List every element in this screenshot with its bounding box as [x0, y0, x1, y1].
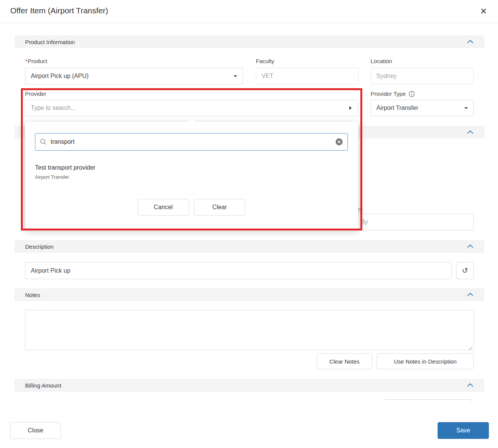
popup-search-input[interactable]	[51, 138, 331, 145]
close-icon[interactable]: ✕	[476, 4, 491, 19]
collapse-chevron-icon-notes[interactable]	[467, 292, 474, 297]
section-billing-amount: Billing Amount	[14, 379, 484, 392]
description-field[interactable]	[25, 262, 452, 279]
info-icon[interactable]	[409, 91, 415, 97]
provider-type-value: Airport Transfer	[376, 105, 418, 111]
provider-type-label: Provider Type	[371, 91, 415, 97]
clear-search-icon[interactable]	[335, 138, 343, 146]
provider-search-input[interactable]	[25, 100, 358, 116]
collapse-chevron-icon-obscured[interactable]	[467, 129, 474, 135]
section-title-notes: Notes	[25, 292, 40, 298]
search-result-title[interactable]: Test transport provider	[35, 164, 95, 171]
chevron-right-icon	[349, 106, 352, 110]
faculty-label: Faculty	[256, 58, 274, 64]
history-restore-icon[interactable]: ↺	[456, 262, 474, 279]
popup-notch	[188, 118, 195, 122]
collapse-chevron-icon-description[interactable]	[467, 243, 474, 249]
clear-button[interactable]: Clear	[194, 199, 245, 216]
section-title-description: Description	[25, 243, 54, 250]
product-label: *Product	[25, 58, 48, 64]
faculty-field[interactable]	[256, 68, 358, 84]
section-product-information: Product Information	[14, 35, 484, 48]
popup-search-box	[35, 133, 348, 151]
clear-notes-button[interactable]: Clear Notes	[317, 353, 372, 369]
save-button[interactable]: Save	[438, 422, 489, 439]
search-icon	[40, 138, 47, 145]
product-dropdown-value: Airport Pick up (APU)	[31, 73, 89, 79]
collapse-chevron-icon-billing-amount[interactable]	[467, 382, 474, 388]
cancel-button[interactable]: Cancel	[138, 199, 189, 216]
notes-textarea[interactable]	[25, 310, 474, 350]
chevron-down-icon	[233, 75, 237, 77]
required-asterisk: *	[25, 58, 27, 64]
search-result-subtitle: Airport Transfer	[35, 174, 69, 180]
use-notes-in-description-button[interactable]: Use Notes in Description	[377, 353, 474, 369]
modal-title: Offer Item (Airport Transfer)	[10, 6, 108, 15]
provider-search-popup: Test transport provider Airport Transfer…	[25, 122, 358, 229]
provider-label: Provider	[25, 91, 46, 97]
obscured-input-fragment: By	[361, 219, 368, 226]
chevron-down-icon	[464, 107, 468, 109]
provider-type-dropdown[interactable]: Airport Transfer	[371, 100, 474, 116]
section-title-billing-amount: Billing Amount	[25, 382, 61, 389]
location-field[interactable]	[371, 68, 474, 84]
offer-item-modal: Offer Item (Airport Transfer) ✕ Product …	[0, 0, 498, 448]
billing-partial-field[interactable]	[384, 399, 471, 402]
product-dropdown[interactable]: Airport Pick up (APU)	[25, 68, 243, 84]
provider-search-wrapper	[25, 100, 358, 116]
collapse-chevron-icon-product-information[interactable]	[467, 39, 474, 44]
modal-header: Offer Item (Airport Transfer) ✕	[0, 0, 498, 23]
section-title-product-information: Product Information	[25, 39, 75, 45]
section-description: Description	[14, 240, 484, 253]
location-label: Location	[371, 58, 392, 64]
section-notes: Notes	[14, 288, 484, 301]
close-button[interactable]: Close	[10, 422, 61, 439]
